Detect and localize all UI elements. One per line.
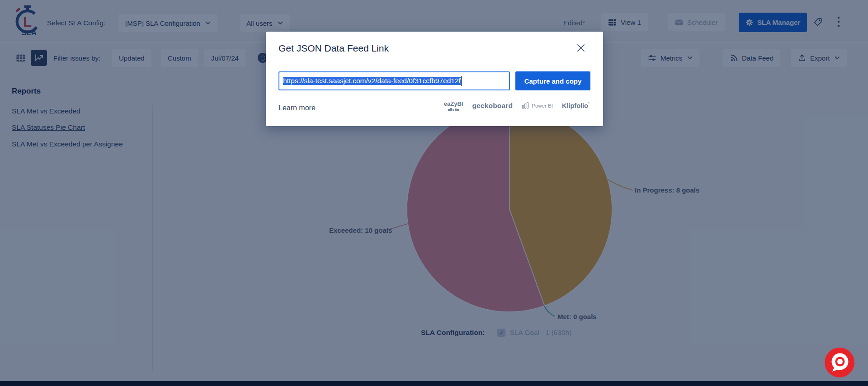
learn-more-link[interactable]: Learn more [278,104,316,112]
close-icon[interactable] [575,42,587,54]
partner-logos: eaZyBI geckoboard Power BI Klipfolio [444,100,590,111]
geckoboard-logo[interactable]: geckoboard [472,102,513,110]
chat-bubble-target-icon [825,348,854,377]
capture-and-copy-button[interactable]: Capture and copy [515,71,590,90]
json-data-feed-modal: Get JSON Data Feed Link https://sla-test… [266,32,603,126]
support-chat-widget[interactable] [825,348,854,377]
klipfolio-logo[interactable]: Klipfolio [562,102,590,109]
text-caret [461,76,462,86]
power-bi-logo[interactable]: Power BI [522,102,553,109]
modal-title: Get JSON Data Feed Link [278,43,389,54]
data-feed-url-input[interactable]: https://sla-test.saasjet.com/v2/data-fee… [278,71,510,90]
app-root: L SLA Select SLA Config: [MSP] SLA Confi… [0,0,868,386]
url-selected-text: https://sla-test.saasjet.com/v2/data-fee… [283,77,461,85]
power-bi-icon [522,102,529,109]
eazybi-logo[interactable]: eaZyBI [444,100,463,111]
